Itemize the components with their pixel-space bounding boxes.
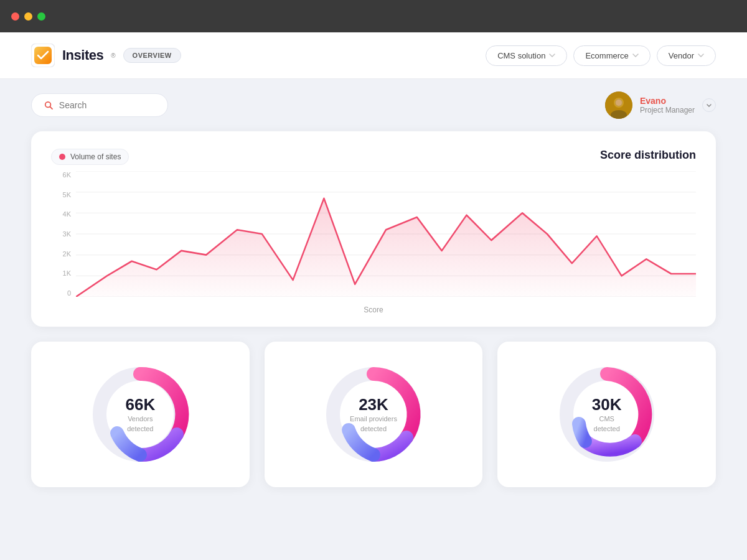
header: Insites ® OVERVIEW CMS solution Ecommerc…	[0, 32, 747, 79]
toolbar: Evano Project Manager	[0, 79, 747, 131]
profile-role: Project Manager	[640, 106, 695, 114]
cms-donut-wrapper: 30K CMSdetected	[554, 362, 660, 467]
svg-rect-1	[34, 47, 52, 64]
line-chart-svg	[76, 171, 696, 297]
logo-icon	[31, 44, 55, 67]
nav-buttons: CMS solution Ecommerce Vendor	[486, 45, 716, 66]
main-content: Insites ® OVERVIEW CMS solution Ecommerc…	[0, 32, 747, 560]
ecommerce-button[interactable]: Ecommerce	[573, 45, 650, 66]
title-bar	[0, 0, 747, 32]
logo-registered: ®	[111, 52, 115, 59]
profile-info: Evano Project Manager	[640, 96, 695, 114]
chevron-down-icon	[632, 54, 639, 57]
logo-text: Insites	[62, 47, 103, 63]
vendors-label: Vendorsdetected	[125, 414, 155, 434]
chevron-down-icon	[549, 54, 555, 57]
vendors-donut-wrapper: 66K Vendorsdetected	[87, 362, 193, 467]
cms-label: CMSdetected	[592, 414, 622, 434]
y-label-0: 0	[67, 289, 71, 297]
chart-header: Volume of sites Score distribution	[51, 149, 696, 165]
search-input[interactable]	[59, 100, 155, 110]
cms-donut-center: 30K CMSdetected	[592, 395, 622, 434]
chart-svg-wrapper	[76, 171, 696, 297]
minimize-dot[interactable]	[24, 12, 32, 21]
svg-point-8	[616, 100, 622, 106]
vendor-button[interactable]: Vendor	[657, 45, 716, 66]
chart-card: Volume of sites Score distribution 6K 5K…	[31, 131, 716, 327]
email-card: 23K Email providersdetected	[265, 342, 483, 487]
vendors-card: 66K Vendorsdetected	[31, 342, 250, 487]
y-label-5k: 5K	[63, 191, 71, 198]
email-label: Email providersdetected	[350, 414, 397, 434]
y-label-6k: 6K	[63, 171, 71, 179]
profile-name: Evano	[640, 96, 666, 106]
y-label-2k: 2K	[63, 250, 71, 258]
legend-label: Volume of sites	[70, 152, 121, 161]
logo-area: Insites ® OVERVIEW	[31, 44, 181, 67]
chart-title: Score distribution	[600, 149, 696, 162]
vendors-donut-center: 66K Vendorsdetected	[125, 395, 155, 434]
cards-area: Volume of sites Score distribution 6K 5K…	[0, 131, 747, 506]
avatar	[605, 91, 632, 119]
chevron-down-icon	[707, 104, 712, 107]
profile-area: Evano Project Manager	[605, 91, 716, 119]
overview-badge: OVERVIEW	[123, 48, 181, 63]
y-label-1k: 1K	[63, 269, 71, 277]
donut-row: 66K Vendorsdetected	[31, 342, 716, 487]
chart-legend: Volume of sites	[51, 149, 129, 165]
cms-solution-button[interactable]: CMS solution	[486, 45, 567, 66]
search-box[interactable]	[31, 93, 168, 117]
chart-container: 6K 5K 4K 3K 2K 1K 0	[51, 171, 696, 314]
avatar-image	[605, 91, 632, 119]
email-donut-wrapper: 23K Email providersdetected	[321, 362, 426, 467]
y-label-3k: 3K	[63, 230, 71, 238]
legend-dot	[59, 154, 65, 160]
y-label-4k: 4K	[63, 210, 71, 218]
maximize-dot[interactable]	[37, 12, 45, 21]
x-axis-label: Score	[364, 306, 383, 314]
email-value: 23K	[350, 395, 397, 414]
cms-value: 30K	[592, 395, 622, 414]
svg-line-3	[50, 107, 52, 109]
vendors-value: 66K	[125, 395, 155, 414]
email-donut-center: 23K Email providersdetected	[350, 395, 397, 434]
search-icon	[44, 100, 53, 110]
profile-dropdown-button[interactable]	[702, 98, 716, 112]
chevron-down-icon	[698, 54, 704, 57]
cms-card: 30K CMSdetected	[497, 342, 716, 487]
close-dot[interactable]	[11, 12, 19, 21]
y-axis-labels: 6K 5K 4K 3K 2K 1K 0	[51, 171, 76, 297]
